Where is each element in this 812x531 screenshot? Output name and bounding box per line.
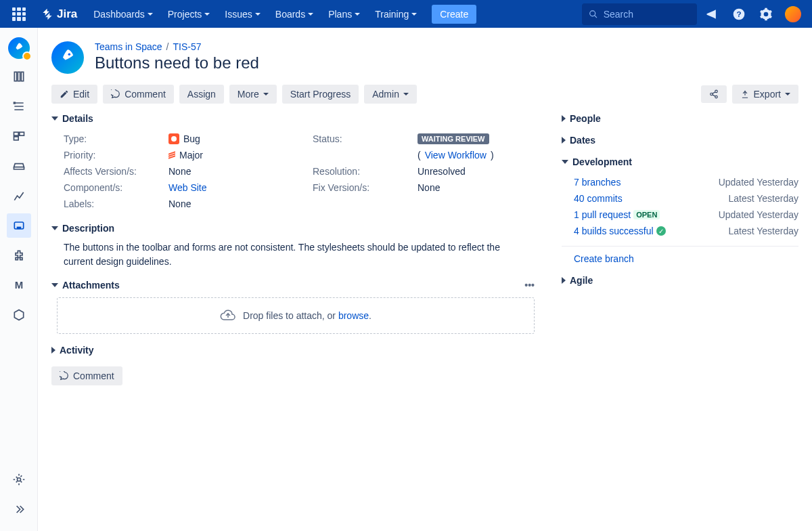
nav-dashboards[interactable]: Dashboards <box>87 5 160 24</box>
chevron-down-icon <box>785 93 790 95</box>
status-badge: WAITING REVIEW <box>418 133 489 144</box>
rail-settings[interactable] <box>7 467 31 492</box>
nav-issues[interactable]: Issues <box>218 5 267 24</box>
priority-icon <box>168 152 175 158</box>
grid-icon <box>12 7 26 21</box>
project-avatar-large <box>51 41 84 74</box>
svg-line-20 <box>712 95 715 96</box>
export-icon <box>740 89 750 99</box>
edit-button[interactable]: Edit <box>51 85 97 104</box>
help-button[interactable]: ? <box>727 2 751 26</box>
start-progress-button[interactable]: Start Progress <box>282 85 359 104</box>
dev-row-branches[interactable]: 7 branchesUpdated Yesterday <box>574 174 798 190</box>
nav-projects[interactable]: Projects <box>161 5 217 24</box>
chevron-right-icon <box>562 277 566 284</box>
rocket-icon <box>58 48 77 67</box>
activity-section-header[interactable]: Activity <box>51 345 535 356</box>
search-icon <box>589 9 598 20</box>
nav-training[interactable]: Training <box>368 5 424 24</box>
rail-hex[interactable] <box>7 303 31 327</box>
chevron-right-icon <box>51 347 55 354</box>
nav-boards[interactable]: Boards <box>269 5 320 24</box>
bug-icon <box>168 133 179 144</box>
detail-row: Affects Version/s:None <box>64 163 286 179</box>
chevron-down-icon <box>51 226 58 230</box>
rail-reports[interactable] <box>7 184 31 208</box>
svg-rect-6 <box>21 72 23 81</box>
svg-point-16 <box>715 90 717 93</box>
rail-collapse[interactable] <box>7 497 31 522</box>
create-branch-link[interactable]: Create branch <box>574 253 634 264</box>
view-workflow-link[interactable]: View Workflow <box>425 150 487 161</box>
admin-button[interactable]: Admin <box>364 85 417 104</box>
avatar <box>785 6 801 22</box>
rail-addons[interactable] <box>7 243 31 268</box>
component-link[interactable]: Web Site <box>168 182 207 193</box>
svg-point-17 <box>710 93 713 95</box>
rocket-icon <box>13 42 25 54</box>
search-box[interactable] <box>582 3 697 25</box>
comment-button[interactable]: Comment <box>103 85 174 104</box>
dev-row-builds[interactable]: 4 builds successful ✓Latest Yesterday <box>574 223 798 239</box>
chevron-down-icon <box>255 13 261 16</box>
issue-toolbar: Edit Comment Assign More Start Progress … <box>51 85 798 104</box>
agile-section-header[interactable]: Agile <box>562 275 798 286</box>
main-content: Teams in Space / TIS-57 Buttons need to … <box>38 28 812 531</box>
svg-rect-7 <box>13 102 15 104</box>
chevron-down-icon <box>204 13 210 16</box>
chevron-down-icon <box>403 93 409 95</box>
gear-icon <box>759 7 773 21</box>
settings-button[interactable] <box>754 2 778 26</box>
app-switcher[interactable] <box>7 2 31 26</box>
jira-logo[interactable]: Jira <box>41 7 77 21</box>
chevron-down-icon <box>562 160 568 164</box>
comment-icon <box>60 371 69 381</box>
attachments-section-header[interactable]: Attachments••• <box>51 280 535 291</box>
detail-row: Status:WAITING REVIEW <box>313 131 535 147</box>
browse-link[interactable]: browse <box>338 310 369 321</box>
svg-line-1 <box>595 15 597 17</box>
check-icon: ✓ <box>656 226 666 236</box>
chevron-down-icon <box>355 13 360 16</box>
svg-text:M: M <box>14 279 23 291</box>
description-section-header[interactable]: Description <box>51 223 535 234</box>
comment-button-bottom[interactable]: Comment <box>51 366 122 385</box>
project-avatar[interactable] <box>8 37 30 59</box>
svg-rect-5 <box>18 72 20 81</box>
rail-m[interactable]: M <box>7 273 31 297</box>
issue-title: Buttons need to be red <box>95 54 259 72</box>
share-button[interactable] <box>701 85 727 103</box>
dates-section-header[interactable]: Dates <box>562 135 798 146</box>
profile-button[interactable] <box>781 2 805 26</box>
people-section-header[interactable]: People <box>562 113 798 124</box>
details-section-header[interactable]: Details <box>51 113 535 124</box>
rail-sprints[interactable] <box>7 94 31 119</box>
svg-point-0 <box>590 10 595 16</box>
nav-plans[interactable]: Plans <box>321 5 367 24</box>
rail-backlog[interactable] <box>7 64 31 89</box>
open-badge: OPEN <box>633 210 660 219</box>
rail-issues[interactable] <box>7 213 31 238</box>
search-input[interactable] <box>604 9 690 20</box>
attachments-dropzone[interactable]: Drop files to attach, or browse. <box>57 297 535 334</box>
chevron-down-icon <box>51 283 58 287</box>
share-icon <box>709 89 719 99</box>
dev-row-commits[interactable]: 40 commitsLatest Yesterday <box>574 190 798 207</box>
chevron-down-icon <box>308 13 313 16</box>
notifications-button[interactable] <box>700 2 724 26</box>
create-button[interactable]: Create <box>432 5 476 24</box>
chevron-down-icon <box>263 93 269 95</box>
dev-row-pull-request[interactable]: 1 pull request OPENUpdated Yesterday <box>574 207 798 223</box>
export-button[interactable]: Export <box>732 85 798 104</box>
chevron-right-icon <box>562 137 566 144</box>
attachments-menu[interactable]: ••• <box>524 280 535 291</box>
breadcrumb-project[interactable]: Teams in Space <box>95 41 162 52</box>
rail-board[interactable] <box>7 124 31 148</box>
rail-releases[interactable] <box>7 154 31 178</box>
assign-button[interactable]: Assign <box>179 85 224 104</box>
chevron-right-icon <box>562 115 566 122</box>
more-button[interactable]: More <box>229 85 277 104</box>
development-section-header[interactable]: Development <box>562 156 798 167</box>
svg-point-18 <box>715 95 717 98</box>
breadcrumb-key[interactable]: TIS-57 <box>173 41 202 52</box>
